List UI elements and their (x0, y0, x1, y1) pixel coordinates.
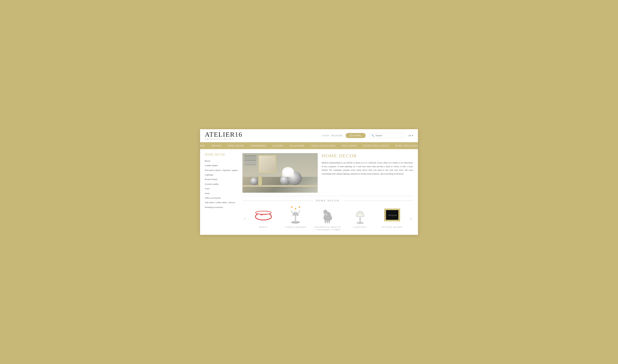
carousel-item-image-deco (319, 206, 337, 224)
carousel-header: HOME DECOR (242, 199, 413, 202)
svg-rect-24 (384, 220, 400, 221)
carousel-item-image-lightings (351, 206, 369, 224)
carousel-item-label-deco: DECORATIVE OBJECTS/ FIGURINES / GAMES (315, 226, 341, 231)
svg-rect-13 (325, 220, 326, 223)
sidebar-item-scented[interactable]: Scented candles (205, 182, 238, 186)
top-bar: ATELIER16 ARCHITECTS OF JOY LOGIN REGIST… (200, 129, 418, 142)
nav-item-brands[interactable]: BRANDS (208, 142, 225, 149)
svg-point-9 (299, 206, 300, 208)
carousel-item-bowls[interactable]: ⚜ BOWLS (248, 206, 278, 231)
logo-num: 16 (235, 131, 242, 138)
nav-item-dinnerware[interactable]: DINNERWARE (247, 142, 269, 149)
sidebar-item-office[interactable]: Office accessories (205, 196, 238, 200)
nav-item-cutlery[interactable]: CUTLERY (269, 142, 287, 149)
deco-svg (320, 206, 336, 224)
carousel-wrapper: ‹ ⚜ (242, 206, 413, 231)
hero-description: HOME DECOR Modern homemaking is an artfo… (322, 153, 413, 193)
sidebar-item-bowls[interactable]: Bowls (205, 159, 238, 163)
content-area: HOME DECOR Bowls Candle holders Decorati… (200, 149, 418, 235)
nav-item-glassware[interactable]: GLASSWARE (287, 142, 308, 149)
login-link[interactable]: LOGIN (322, 134, 329, 137)
sidebar-item-lightings[interactable]: Lightings (205, 172, 238, 177)
nav-item-appliances[interactable]: HOME APPLIANCES (392, 142, 421, 149)
nav-item-home-decor[interactable]: HOME DECOR (225, 142, 247, 149)
svg-point-1 (256, 211, 271, 214)
main-nav: NEW BRANDS HOME DECOR DINNERWARE CUTLERY… (200, 142, 418, 149)
sidebar-item-side-tables[interactable]: Side tables / coffee tables / mirrors (205, 200, 238, 205)
nav-item-exceptional[interactable]: EXCEPTIONAL PIECES (360, 142, 392, 149)
carousel-item-candle-holders[interactable]: CANDLE HOLDERS (281, 206, 311, 231)
carousel-item-picture-frames[interactable]: Autograph PICTURE FRAMES (377, 206, 407, 231)
sidebar-item-deco[interactable]: Decorative objects / figurines / games (205, 168, 238, 172)
register-link[interactable]: REGISTER (331, 134, 343, 137)
carousel-item-label-frames: PICTURE FRAMES (382, 226, 402, 229)
sidebar-item-candle-holders[interactable]: Candle holders (205, 163, 238, 168)
svg-rect-7 (295, 209, 296, 212)
candle-holder-svg (288, 206, 302, 224)
sidebar-item-picture-frames[interactable]: Picture frames (205, 177, 238, 182)
lang-selector[interactable]: EN ▾ (408, 134, 413, 137)
carousel-prev-button[interactable]: ‹ (242, 215, 247, 222)
site-wrapper: ATELIER16 ARCHITECTS OF JOY LOGIN REGIST… (200, 129, 418, 235)
svg-rect-4 (295, 215, 296, 222)
svg-text:⚜: ⚜ (261, 214, 263, 217)
top-right: LOGIN REGISTER JOURNAL 🔍 EN ▾ (322, 133, 413, 138)
search-input[interactable] (375, 134, 403, 137)
carousel-section: HOME DECOR ‹ (242, 196, 413, 231)
svg-point-10 (295, 208, 296, 209)
carousel-item-label-lightings: LIGHTINGS (354, 226, 367, 229)
top-links: LOGIN REGISTER (322, 134, 343, 137)
carousel-line-left (242, 201, 313, 201)
sidebar-item-trays[interactable]: Trays (205, 186, 238, 191)
sidebar: HOME DECOR Bowls Candle holders Decorati… (205, 153, 238, 231)
logo[interactable]: ATELIER16 (205, 131, 242, 138)
nav-item-bed-bath[interactable]: BED & BATH (339, 142, 360, 149)
hero-text: Modern homemaking is an artform as much … (322, 161, 413, 176)
carousel-item-label-bowls: BOWLS (259, 226, 268, 229)
svg-rect-6 (299, 208, 300, 210)
lang-chevron-icon: ▾ (412, 134, 413, 137)
svg-rect-15 (329, 220, 330, 223)
sidebar-title: HOME DECOR (205, 153, 238, 156)
carousel-line-right (343, 201, 413, 201)
bowl-svg: ⚜ (255, 209, 272, 221)
svg-rect-23 (384, 208, 400, 210)
main-content: HOME DECOR Modern homemaking is an artfo… (242, 153, 413, 231)
carousel-item-image-frames: Autograph (383, 206, 401, 224)
nav-item-table-accessories[interactable]: TABLE ACCESSORIES (308, 142, 339, 149)
carousel-item-image-candle (287, 206, 304, 224)
search-box: 🔍 (369, 133, 405, 138)
svg-point-19 (358, 214, 362, 217)
svg-point-8 (291, 206, 292, 208)
carousel-next-button[interactable]: › (409, 215, 413, 222)
nav-item-new[interactable]: NEW (197, 142, 208, 149)
carousel-item-label-candle: CANDLE HOLDERS (285, 226, 306, 229)
svg-rect-5 (291, 208, 293, 210)
hero-image-inner (242, 153, 318, 193)
svg-rect-18 (359, 216, 361, 223)
svg-text:Autograph: Autograph (388, 214, 397, 216)
lighting-svg (353, 206, 367, 224)
carousel-title: HOME DECOR (316, 199, 340, 202)
sidebar-item-vases[interactable]: Vases (205, 191, 238, 196)
sidebar-item-smoking[interactable]: Smoking accessories (205, 205, 238, 209)
journal-button[interactable]: JOURNAL (346, 133, 366, 138)
carousel-item-lightings[interactable]: LIGHTINGS (345, 206, 375, 231)
frame-svg: Autograph (383, 208, 401, 222)
svg-rect-14 (327, 220, 328, 223)
carousel-items: ⚜ BOWLS (248, 206, 407, 231)
logo-text: ATELIER (205, 131, 235, 138)
hero-image (242, 153, 318, 193)
search-icon: 🔍 (371, 134, 374, 137)
logo-subtitle: ARCHITECTS OF JOY (205, 138, 234, 140)
carousel-item-image-bowls: ⚜ (255, 206, 272, 224)
logo-area: ATELIER16 ARCHITECTS OF JOY (205, 131, 242, 140)
carousel-item-deco[interactable]: DECORATIVE OBJECTS/ FIGURINES / GAMES (313, 206, 343, 231)
hero-row: HOME DECOR Modern homemaking is an artfo… (242, 153, 413, 193)
hero-category-title: HOME DECOR (322, 153, 413, 158)
lang-label: EN (408, 134, 412, 137)
